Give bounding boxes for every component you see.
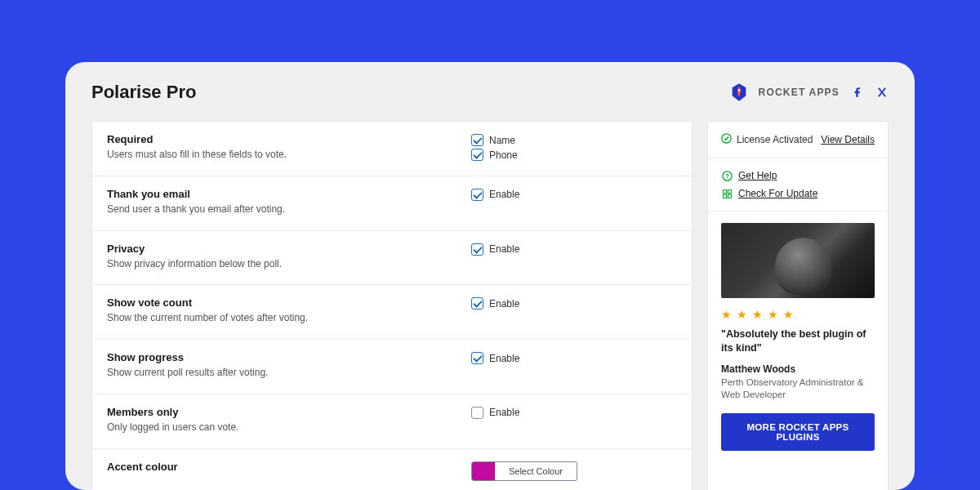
setting-title: Accent colour xyxy=(107,461,471,473)
checkbox-label: Enable xyxy=(489,298,519,310)
checkbox-enable[interactable]: Enable xyxy=(471,243,677,256)
testimonial-role: Perth Observatory Administrator & Web De… xyxy=(721,376,875,402)
facebook-icon[interactable] xyxy=(851,86,864,99)
settings-panel: Polarise Pro ROCKET APPS Required xyxy=(65,62,915,490)
content: Required Users must also fill in these f… xyxy=(91,121,889,490)
setting-desc: Show privacy information below the poll. xyxy=(107,257,471,271)
checkbox-enable[interactable]: Enable xyxy=(471,189,677,201)
setting-desc: Users must also fill in these fields to … xyxy=(107,148,471,162)
page-title: Polarise Pro xyxy=(91,82,196,103)
header-brand: ROCKET APPS xyxy=(731,83,889,101)
setting-desc: Show current poll results after voting. xyxy=(107,366,471,380)
checkbox-input[interactable] xyxy=(471,149,483,161)
svg-rect-5 xyxy=(728,189,731,193)
setting-title: Show progress xyxy=(107,351,471,363)
sidebar: License Activated View Details ? Get Hel… xyxy=(707,121,889,490)
setting-row-members: Members only Only logged in users can vo… xyxy=(92,394,692,449)
testimonial-image xyxy=(721,223,875,298)
colour-swatch xyxy=(472,462,495,480)
panel-header: Polarise Pro ROCKET APPS xyxy=(91,82,889,103)
license-status: License Activated xyxy=(721,133,813,146)
setting-desc: Show the current number of votes after v… xyxy=(107,311,471,325)
checkbox-input[interactable] xyxy=(471,352,483,364)
license-status-text: License Activated xyxy=(737,134,813,145)
checkbox-enable[interactable]: Enable xyxy=(471,407,677,419)
setting-title: Privacy xyxy=(107,243,471,255)
update-icon xyxy=(721,188,733,199)
testimonial-quote: "Absolutely the best plugin of its kind" xyxy=(721,327,875,355)
svg-point-0 xyxy=(737,89,740,91)
setting-title: Required xyxy=(107,133,471,145)
checkbox-label: Enable xyxy=(489,189,519,200)
setting-row-progress: Show progress Show current poll results … xyxy=(92,340,692,394)
setting-desc: Only logged in users can vote. xyxy=(107,421,471,434)
rocket-logo-icon xyxy=(731,83,747,101)
colour-picker-label: Select Colour xyxy=(495,466,577,476)
checkbox-label: Name xyxy=(489,135,515,146)
checkbox-enable[interactable]: Enable xyxy=(471,352,677,364)
checkbox-label: Phone xyxy=(489,149,518,161)
checkbox-enable[interactable]: Enable xyxy=(471,297,677,310)
check-update-link[interactable]: Check For Update xyxy=(738,188,817,199)
checkbox-name[interactable]: Name xyxy=(471,134,677,146)
check-circle-icon xyxy=(721,133,732,146)
colour-picker[interactable]: Select Colour xyxy=(471,461,577,481)
view-details-link[interactable]: View Details xyxy=(821,134,875,145)
testimonial-block: ★ ★ ★ ★ ★ "Absolutely the best plugin of… xyxy=(708,212,888,462)
checkbox-label: Enable xyxy=(489,243,519,255)
get-help-link[interactable]: Get Help xyxy=(738,170,777,181)
license-block: License Activated View Details xyxy=(708,122,888,158)
x-twitter-icon[interactable] xyxy=(875,86,889,99)
checkbox-input[interactable] xyxy=(471,407,483,419)
checkbox-input[interactable] xyxy=(471,134,483,146)
setting-row-required: Required Users must also fill in these f… xyxy=(92,122,692,176)
checkbox-phone[interactable]: Phone xyxy=(471,149,677,161)
setting-row-privacy: Privacy Show privacy information below t… xyxy=(92,231,692,286)
checkbox-label: Enable xyxy=(489,407,519,418)
svg-rect-6 xyxy=(723,194,726,198)
setting-title: Thank you email xyxy=(107,188,471,200)
setting-title: Members only xyxy=(107,406,471,418)
brand-text: ROCKET APPS xyxy=(759,87,840,98)
checkbox-label: Enable xyxy=(489,353,519,364)
setting-row-accent: Accent colour Select Colour xyxy=(92,449,692,490)
more-plugins-button[interactable]: MORE ROCKET APPS PLUGINS xyxy=(721,413,875,451)
testimonial-author: Matthew Woods xyxy=(721,363,875,375)
setting-title: Show vote count xyxy=(107,296,471,309)
setting-row-thankyou: Thank you email Send user a thank you em… xyxy=(92,176,692,231)
checkbox-input[interactable] xyxy=(471,243,483,256)
help-block: ? Get Help Check For Update xyxy=(708,158,888,212)
checkbox-input[interactable] xyxy=(471,297,483,310)
star-rating: ★ ★ ★ ★ ★ xyxy=(721,308,875,321)
svg-text:?: ? xyxy=(725,172,729,180)
checkbox-input[interactable] xyxy=(471,189,483,201)
setting-row-votecount: Show vote count Show the current number … xyxy=(92,285,692,340)
question-circle-icon: ? xyxy=(721,170,733,181)
svg-rect-4 xyxy=(723,189,726,193)
settings-list: Required Users must also fill in these f… xyxy=(91,121,693,490)
setting-desc: Send user a thank you email after voting… xyxy=(107,203,471,216)
svg-rect-7 xyxy=(728,194,731,198)
